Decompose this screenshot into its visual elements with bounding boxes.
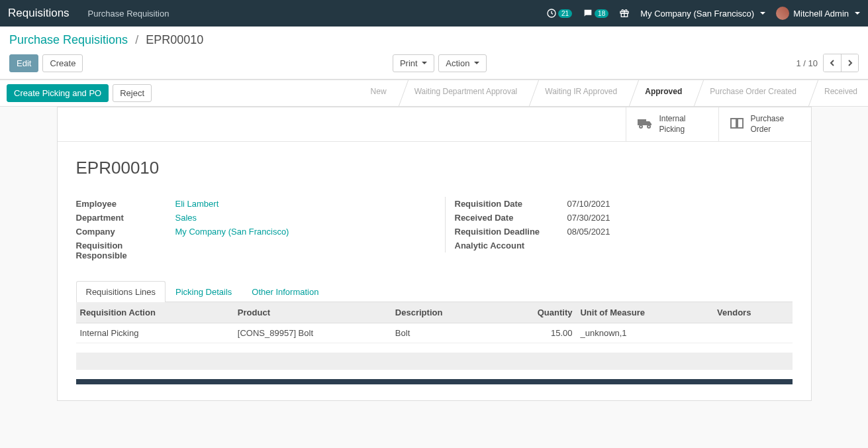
- pager-next[interactable]: [841, 54, 858, 72]
- activity-badge: 21: [558, 9, 572, 18]
- field-deadline: 08/05/2021: [567, 227, 793, 237]
- table-row[interactable]: Internal Picking[CONS_89957] BoltBolt15.…: [76, 323, 793, 343]
- label-company: Company: [76, 227, 175, 237]
- stage-purchase-order-created[interactable]: Purchase Order Created: [693, 80, 807, 106]
- reject-button[interactable]: Reject: [113, 84, 152, 102]
- breadcrumb-sep: /: [135, 33, 138, 46]
- tab-other-information[interactable]: Other Information: [242, 281, 328, 302]
- avatar: [776, 7, 789, 20]
- stat-internal-picking[interactable]: InternalPicking: [626, 107, 718, 141]
- pager-text[interactable]: 1 / 10: [796, 58, 818, 68]
- action-dropdown[interactable]: Action: [438, 54, 487, 72]
- app-brand[interactable]: Requisitions: [8, 7, 70, 20]
- activity-icon[interactable]: 21: [546, 8, 572, 19]
- stage-new[interactable]: New: [354, 80, 397, 106]
- messages-badge: 18: [595, 9, 608, 18]
- label-recvdate: Received Date: [455, 213, 567, 223]
- field-employee[interactable]: Eli Lambert: [175, 199, 414, 209]
- form-sheet: InternalPicking PurchaseOrder EPR00010 E…: [57, 107, 812, 401]
- col-description: Description: [391, 302, 496, 323]
- label-employee: Employee: [76, 199, 175, 209]
- label-department: Department: [76, 213, 175, 223]
- create-button[interactable]: Create: [42, 54, 83, 72]
- tab-picking-details[interactable]: Picking Details: [166, 281, 242, 302]
- label-analytic: Analytic Account: [455, 241, 567, 251]
- gift-icon[interactable]: [619, 8, 630, 19]
- table-footer: [76, 353, 793, 370]
- top-navbar: Requisitions Purchase Requisition 21 18 …: [0, 0, 868, 27]
- col-unit-of-measure: Unit of Measure: [576, 302, 713, 323]
- svg-point-5: [648, 125, 650, 128]
- field-responsible: [175, 241, 414, 260]
- col-vendors: Vendors: [713, 302, 792, 323]
- messages-icon[interactable]: 18: [583, 8, 608, 19]
- field-recvdate: 07/30/2021: [567, 213, 793, 223]
- label-responsible: Requisition Responsible: [76, 241, 175, 260]
- svg-point-4: [640, 125, 642, 128]
- breadcrumb-current: EPR00010: [146, 33, 203, 46]
- stat-purchase-order[interactable]: PurchaseOrder: [718, 107, 811, 141]
- user-menu[interactable]: Mitchell Admin: [776, 7, 860, 20]
- breadcrumb-root[interactable]: Purchase Requisitions: [9, 33, 128, 46]
- requisition-lines-table: Requisition ActionProductDescriptionQuan…: [76, 302, 793, 343]
- field-department[interactable]: Sales: [175, 213, 414, 223]
- truck-icon: [637, 117, 653, 131]
- control-panel: Purchase Requisitions / EPR00010 Edit Cr…: [0, 27, 868, 80]
- status-bar: Create Picking and PO Reject NewWaiting …: [0, 80, 868, 107]
- svg-rect-3: [638, 119, 646, 125]
- print-dropdown[interactable]: Print: [393, 54, 434, 72]
- col-product: Product: [234, 302, 391, 323]
- sheet-bottom-bar: [76, 379, 793, 384]
- breadcrumb: Purchase Requisitions / EPR00010: [9, 33, 859, 47]
- field-analytic: [567, 241, 793, 251]
- col-requisition-action: Requisition Action: [76, 302, 234, 323]
- record-title: EPR00010: [76, 158, 793, 178]
- pager-prev[interactable]: [824, 54, 841, 72]
- tab-requisitions-lines[interactable]: Requisitions Lines: [76, 281, 166, 302]
- col-quantity: Quantity: [495, 302, 576, 323]
- field-reqdate: 07/10/2021: [567, 199, 793, 209]
- edit-button[interactable]: Edit: [9, 54, 38, 72]
- stage-waiting-department-approval[interactable]: Waiting Department Approval: [397, 80, 528, 106]
- create-picking-po-button[interactable]: Create Picking and PO: [7, 84, 109, 102]
- company-switcher[interactable]: My Company (San Francisco): [640, 9, 765, 19]
- stage-waiting-ir-approved[interactable]: Waiting IR Approved: [528, 80, 628, 106]
- book-icon: [730, 117, 744, 131]
- field-company[interactable]: My Company (San Francisco): [175, 227, 414, 237]
- label-reqdate: Requisition Date: [455, 199, 567, 209]
- label-deadline: Requisition Deadline: [455, 227, 567, 237]
- nav-menu-purchase-requisition[interactable]: Purchase Requisition: [88, 9, 169, 19]
